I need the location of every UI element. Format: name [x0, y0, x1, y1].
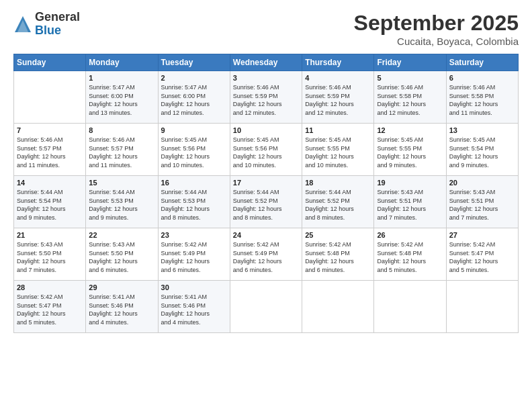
day-number: 24 [233, 231, 299, 239]
day-number: 4 [305, 74, 371, 82]
weekday-header-monday: Monday [86, 54, 158, 71]
calendar-week-4: 21Sunrise: 5:43 AM Sunset: 5:50 PM Dayli… [14, 228, 519, 281]
calendar-cell: 12Sunrise: 5:45 AM Sunset: 5:55 PM Dayli… [374, 124, 446, 176]
day-number: 17 [233, 179, 299, 187]
cell-content: Sunrise: 5:45 AM Sunset: 5:56 PM Dayligh… [233, 136, 299, 169]
cell-content: Sunrise: 5:42 AM Sunset: 5:49 PM Dayligh… [233, 240, 299, 274]
day-number: 22 [89, 231, 154, 239]
day-number: 7 [17, 126, 83, 134]
calendar-table: SundayMondayTuesdayWednesdayThursdayFrid… [13, 54, 519, 333]
weekday-header-thursday: Thursday [302, 54, 374, 71]
cell-content: Sunrise: 5:45 AM Sunset: 5:55 PM Dayligh… [377, 136, 443, 169]
calendar-cell: 21Sunrise: 5:43 AM Sunset: 5:50 PM Dayli… [14, 228, 86, 281]
calendar-cell: 10Sunrise: 5:45 AM Sunset: 5:56 PM Dayli… [230, 124, 302, 176]
calendar-cell: 30Sunrise: 5:41 AM Sunset: 5:46 PM Dayli… [158, 281, 230, 333]
calendar-cell: 27Sunrise: 5:42 AM Sunset: 5:47 PM Dayli… [446, 228, 518, 281]
day-number: 15 [89, 179, 154, 187]
calendar-cell: 7Sunrise: 5:46 AM Sunset: 5:57 PM Daylig… [14, 124, 86, 176]
calendar-cell [230, 281, 302, 333]
cell-content: Sunrise: 5:43 AM Sunset: 5:50 PM Dayligh… [17, 240, 83, 274]
header: General Blue September 2025 Cucaita, Boy… [13, 11, 519, 47]
calendar-cell: 15Sunrise: 5:44 AM Sunset: 5:53 PM Dayli… [86, 176, 158, 228]
day-number: 2 [161, 74, 227, 82]
calendar-week-5: 28Sunrise: 5:42 AM Sunset: 5:47 PM Dayli… [14, 281, 519, 333]
day-number: 28 [17, 283, 83, 291]
cell-content: Sunrise: 5:44 AM Sunset: 5:54 PM Dayligh… [17, 188, 83, 222]
calendar-cell: 2Sunrise: 5:47 AM Sunset: 6:00 PM Daylig… [158, 71, 230, 124]
page: General Blue September 2025 Cucaita, Boy… [0, 0, 532, 411]
day-number: 1 [89, 74, 154, 82]
cell-content: Sunrise: 5:46 AM Sunset: 5:57 PM Dayligh… [17, 136, 83, 169]
day-number: 21 [17, 231, 83, 239]
day-number: 12 [377, 126, 443, 134]
day-number: 16 [161, 179, 227, 187]
calendar-cell [302, 281, 374, 333]
weekday-header-wednesday: Wednesday [230, 54, 302, 71]
cell-content: Sunrise: 5:45 AM Sunset: 5:56 PM Dayligh… [161, 136, 227, 169]
month-title: September 2025 [354, 11, 519, 36]
cell-content: Sunrise: 5:46 AM Sunset: 5:58 PM Dayligh… [449, 83, 515, 117]
weekday-header-row: SundayMondayTuesdayWednesdayThursdayFrid… [14, 54, 519, 71]
calendar-cell: 18Sunrise: 5:44 AM Sunset: 5:52 PM Dayli… [302, 176, 374, 228]
weekday-header-sunday: Sunday [14, 54, 86, 71]
cell-content: Sunrise: 5:41 AM Sunset: 5:46 PM Dayligh… [161, 293, 227, 326]
cell-content: Sunrise: 5:47 AM Sunset: 6:00 PM Dayligh… [89, 83, 154, 117]
cell-content: Sunrise: 5:47 AM Sunset: 6:00 PM Dayligh… [161, 83, 227, 117]
day-number: 13 [449, 126, 515, 134]
day-number: 3 [233, 74, 299, 82]
cell-content: Sunrise: 5:46 AM Sunset: 5:59 PM Dayligh… [233, 83, 299, 117]
calendar-cell: 8Sunrise: 5:46 AM Sunset: 5:57 PM Daylig… [86, 124, 158, 176]
day-number: 23 [161, 231, 227, 239]
calendar-cell: 29Sunrise: 5:41 AM Sunset: 5:46 PM Dayli… [86, 281, 158, 333]
cell-content: Sunrise: 5:42 AM Sunset: 5:48 PM Dayligh… [305, 240, 371, 274]
day-number: 18 [305, 179, 371, 187]
calendar-cell: 24Sunrise: 5:42 AM Sunset: 5:49 PM Dayli… [230, 228, 302, 281]
cell-content: Sunrise: 5:45 AM Sunset: 5:55 PM Dayligh… [305, 136, 371, 169]
day-number: 29 [89, 283, 154, 291]
calendar-cell [14, 71, 86, 124]
logo-text: General Blue [35, 11, 80, 38]
cell-content: Sunrise: 5:42 AM Sunset: 5:47 PM Dayligh… [449, 240, 515, 274]
subtitle: Cucaita, Boyaca, Colombia [354, 36, 519, 47]
calendar-cell: 19Sunrise: 5:43 AM Sunset: 5:51 PM Dayli… [374, 176, 446, 228]
day-number: 10 [233, 126, 299, 134]
calendar-cell: 17Sunrise: 5:44 AM Sunset: 5:52 PM Dayli… [230, 176, 302, 228]
calendar-cell: 22Sunrise: 5:43 AM Sunset: 5:50 PM Dayli… [86, 228, 158, 281]
logo-icon [13, 15, 32, 34]
cell-content: Sunrise: 5:43 AM Sunset: 5:51 PM Dayligh… [377, 188, 443, 222]
cell-content: Sunrise: 5:41 AM Sunset: 5:46 PM Dayligh… [89, 293, 154, 326]
day-number: 19 [377, 179, 443, 187]
calendar-cell: 9Sunrise: 5:45 AM Sunset: 5:56 PM Daylig… [158, 124, 230, 176]
day-number: 11 [305, 126, 371, 134]
day-number: 6 [449, 74, 515, 82]
cell-content: Sunrise: 5:45 AM Sunset: 5:54 PM Dayligh… [449, 136, 515, 169]
cell-content: Sunrise: 5:42 AM Sunset: 5:47 PM Dayligh… [17, 293, 83, 326]
calendar-cell: 6Sunrise: 5:46 AM Sunset: 5:58 PM Daylig… [446, 71, 518, 124]
calendar-cell: 14Sunrise: 5:44 AM Sunset: 5:54 PM Dayli… [14, 176, 86, 228]
calendar-cell [446, 281, 518, 333]
cell-content: Sunrise: 5:44 AM Sunset: 5:53 PM Dayligh… [161, 188, 227, 222]
calendar-cell: 26Sunrise: 5:42 AM Sunset: 5:48 PM Dayli… [374, 228, 446, 281]
cell-content: Sunrise: 5:42 AM Sunset: 5:48 PM Dayligh… [377, 240, 443, 274]
cell-content: Sunrise: 5:42 AM Sunset: 5:49 PM Dayligh… [161, 240, 227, 274]
calendar-cell: 16Sunrise: 5:44 AM Sunset: 5:53 PM Dayli… [158, 176, 230, 228]
calendar-week-2: 7Sunrise: 5:46 AM Sunset: 5:57 PM Daylig… [14, 124, 519, 176]
calendar-cell [374, 281, 446, 333]
calendar-cell: 23Sunrise: 5:42 AM Sunset: 5:49 PM Dayli… [158, 228, 230, 281]
cell-content: Sunrise: 5:43 AM Sunset: 5:50 PM Dayligh… [89, 240, 154, 274]
cell-content: Sunrise: 5:43 AM Sunset: 5:51 PM Dayligh… [449, 188, 515, 222]
cell-content: Sunrise: 5:46 AM Sunset: 5:59 PM Dayligh… [305, 83, 371, 117]
calendar-week-3: 14Sunrise: 5:44 AM Sunset: 5:54 PM Dayli… [14, 176, 519, 228]
weekday-header-saturday: Saturday [446, 54, 518, 71]
cell-content: Sunrise: 5:44 AM Sunset: 5:52 PM Dayligh… [305, 188, 371, 222]
calendar-cell: 11Sunrise: 5:45 AM Sunset: 5:55 PM Dayli… [302, 124, 374, 176]
calendar-cell: 28Sunrise: 5:42 AM Sunset: 5:47 PM Dayli… [14, 281, 86, 333]
day-number: 8 [89, 126, 154, 134]
cell-content: Sunrise: 5:44 AM Sunset: 5:53 PM Dayligh… [89, 188, 154, 222]
logo-blue: Blue [35, 24, 80, 38]
day-number: 14 [17, 179, 83, 187]
calendar-cell: 5Sunrise: 5:46 AM Sunset: 5:58 PM Daylig… [374, 71, 446, 124]
weekday-header-tuesday: Tuesday [158, 54, 230, 71]
title-block: September 2025 Cucaita, Boyaca, Colombia [354, 11, 519, 47]
day-number: 5 [377, 74, 443, 82]
